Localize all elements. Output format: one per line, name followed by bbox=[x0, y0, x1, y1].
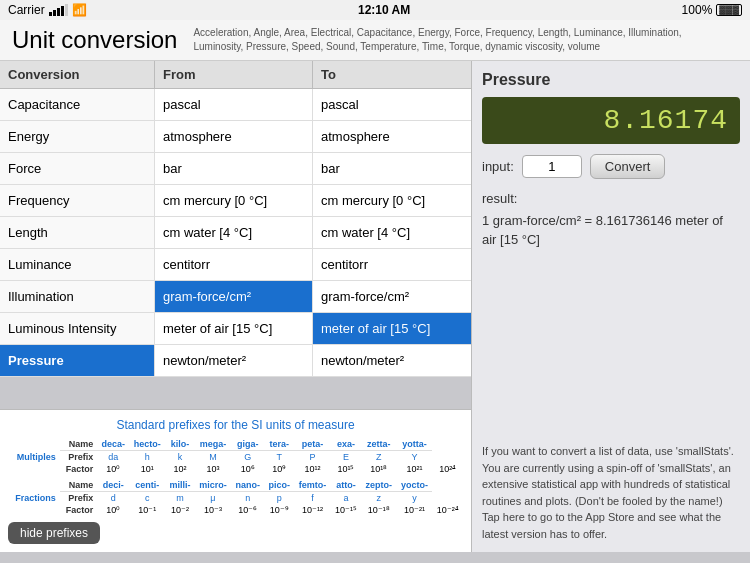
table-row[interactable]: Illumination gram-force/cm² gram-force/c… bbox=[0, 281, 471, 313]
cell-from-0[interactable]: pascal bbox=[155, 89, 313, 120]
cell-to-6[interactable]: gram-force/cm² bbox=[313, 281, 471, 312]
table-row[interactable]: Frequency cm mercury [0 °C] cm mercury [… bbox=[0, 185, 471, 217]
cell-conversion-6[interactable]: Illumination bbox=[0, 281, 155, 312]
battery-label: 100% bbox=[682, 3, 713, 17]
table-row[interactable]: Pressure newton/meter² newton/meter² bbox=[0, 345, 471, 377]
info-text[interactable]: If you want to convert a list of data, u… bbox=[482, 443, 740, 542]
result-label: result: bbox=[482, 189, 740, 209]
prefixes-fractions-row-1: Prefixdcmμnpfazy bbox=[8, 492, 463, 505]
cell-conversion-7[interactable]: Luminous Intensity bbox=[0, 313, 155, 344]
table-body: Capacitance pascal pascal Energy atmosph… bbox=[0, 89, 471, 377]
cell-conversion-0[interactable]: Capacitance bbox=[0, 89, 155, 120]
battery-icon: ▓▓▓ bbox=[716, 4, 742, 16]
value-input[interactable] bbox=[522, 155, 582, 178]
conversion-table: Conversion From To Capacitance pascal pa… bbox=[0, 61, 471, 409]
cell-from-7[interactable]: meter of air [15 °C] bbox=[155, 313, 313, 344]
header-conversion: Conversion bbox=[0, 61, 155, 88]
cell-to-2[interactable]: bar bbox=[313, 153, 471, 184]
cell-to-8[interactable]: newton/meter² bbox=[313, 345, 471, 376]
left-panel: Conversion From To Capacitance pascal pa… bbox=[0, 61, 472, 552]
table-header: Conversion From To bbox=[0, 61, 471, 89]
app-subtitle: Acceleration, Angle, Area, Electrical, C… bbox=[193, 26, 693, 54]
prefixes-fractions-row-2: Factor10⁰10⁻¹10⁻²10⁻³10⁻⁶10⁻⁹10⁻¹²10⁻¹⁵1… bbox=[8, 504, 463, 516]
prefixes-title: Standard prefixes for the SI units of me… bbox=[8, 418, 463, 432]
prefixes-multiples-row-0: MultiplesNamedeca-hecto-kilo-mega-giga-t… bbox=[8, 438, 463, 451]
cell-to-7[interactable]: meter of air [15 °C] bbox=[313, 313, 471, 344]
cell-conversion-5[interactable]: Luminance bbox=[0, 249, 155, 280]
pressure-title: Pressure bbox=[482, 71, 740, 89]
table-row[interactable]: Luminous Intensity meter of air [15 °C] … bbox=[0, 313, 471, 345]
cell-conversion-8[interactable]: Pressure bbox=[0, 345, 155, 376]
cell-from-1[interactable]: atmosphere bbox=[155, 121, 313, 152]
cell-to-0[interactable]: pascal bbox=[313, 89, 471, 120]
table-row[interactable]: Luminance centitorr centitorr bbox=[0, 249, 471, 281]
cell-from-4[interactable]: cm water [4 °C] bbox=[155, 217, 313, 248]
app-header: Unit conversion Acceleration, Angle, Are… bbox=[0, 20, 750, 61]
result-section: result: 1 gram-force/cm² = 8.161736146 m… bbox=[482, 189, 740, 250]
status-right: 100% ▓▓▓ bbox=[682, 3, 742, 17]
prefixes-section: Standard prefixes for the SI units of me… bbox=[0, 409, 471, 552]
header-from: From bbox=[155, 61, 313, 88]
app-title: Unit conversion bbox=[12, 28, 177, 52]
cell-conversion-3[interactable]: Frequency bbox=[0, 185, 155, 216]
header-to: To bbox=[313, 61, 471, 88]
cell-to-1[interactable]: atmosphere bbox=[313, 121, 471, 152]
cell-from-8[interactable]: newton/meter² bbox=[155, 345, 313, 376]
table-row[interactable]: Force bar bar bbox=[0, 153, 471, 185]
cell-to-3[interactable]: cm mercury [0 °C] bbox=[313, 185, 471, 216]
cell-conversion-1[interactable]: Energy bbox=[0, 121, 155, 152]
main-content: Conversion From To Capacitance pascal pa… bbox=[0, 61, 750, 552]
display-screen: 8.16174 bbox=[482, 97, 740, 144]
cell-from-5[interactable]: centitorr bbox=[155, 249, 313, 280]
prefixes-multiples-row-1: PrefixdahkMGTPEZY bbox=[8, 451, 463, 464]
prefixes-fractions-row-0: FractionsNamedeci-centi-milli-micro-nano… bbox=[8, 479, 463, 492]
input-label: input: bbox=[482, 159, 514, 174]
result-text: 1 gram-force/cm² = 8.161736146 meter of … bbox=[482, 211, 740, 250]
time-display: 12:10 AM bbox=[358, 3, 410, 17]
status-left: Carrier 📶 bbox=[8, 3, 87, 17]
cell-from-6[interactable]: gram-force/cm² bbox=[155, 281, 313, 312]
cell-conversion-4[interactable]: Length bbox=[0, 217, 155, 248]
cell-to-4[interactable]: cm water [4 °C] bbox=[313, 217, 471, 248]
prefixes-table: MultiplesNamedeca-hecto-kilo-mega-giga-t… bbox=[8, 438, 463, 516]
cell-from-2[interactable]: bar bbox=[155, 153, 313, 184]
cell-to-5[interactable]: centitorr bbox=[313, 249, 471, 280]
carrier-label: Carrier bbox=[8, 3, 45, 17]
convert-button[interactable]: Convert bbox=[590, 154, 666, 179]
input-row: input: Convert bbox=[482, 154, 740, 179]
table-row[interactable]: Length cm water [4 °C] cm water [4 °C] bbox=[0, 217, 471, 249]
cell-conversion-2[interactable]: Force bbox=[0, 153, 155, 184]
prefixes-multiples-row-2: Factor10⁰10¹10²10³10⁶10⁹10¹²10¹⁵10¹⁸10²¹… bbox=[8, 463, 463, 475]
right-panel: Pressure 8.16174 input: Convert result: … bbox=[472, 61, 750, 552]
table-row[interactable]: Capacitance pascal pascal bbox=[0, 89, 471, 121]
cell-from-3[interactable]: cm mercury [0 °C] bbox=[155, 185, 313, 216]
table-row[interactable]: Energy atmosphere atmosphere bbox=[0, 121, 471, 153]
display-value: 8.16174 bbox=[603, 105, 728, 136]
wifi-icon: 📶 bbox=[72, 3, 87, 17]
hide-prefixes-button[interactable]: hide prefixes bbox=[8, 522, 100, 544]
signal-icon bbox=[49, 4, 68, 16]
status-bar: Carrier 📶 12:10 AM 100% ▓▓▓ bbox=[0, 0, 750, 20]
